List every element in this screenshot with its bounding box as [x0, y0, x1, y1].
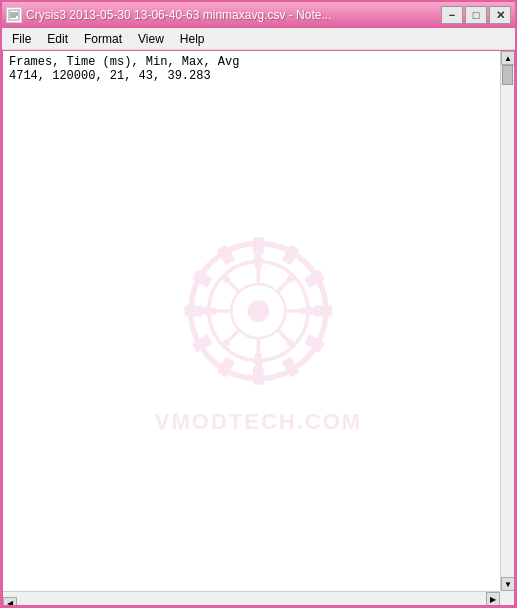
content-area: VMODTECH.COM Frames, Time (ms), Min, Max…: [2, 50, 515, 606]
notepad-window: Crysis3 2013-05-30 13-06-40-63 minmaxavg…: [0, 0, 517, 608]
menu-edit[interactable]: Edit: [39, 28, 76, 49]
app-icon: [6, 7, 22, 23]
minimize-button[interactable]: −: [441, 6, 463, 24]
text-line-2: 4714, 120000, 21, 43, 39.283: [9, 69, 508, 83]
title-bar: Crysis3 2013-05-30 13-06-40-63 minmaxavg…: [2, 2, 515, 28]
title-bar-left: Crysis3 2013-05-30 13-06-40-63 minmaxavg…: [6, 7, 331, 23]
menu-file[interactable]: File: [4, 28, 39, 49]
text-line-1: Frames, Time (ms), Min, Max, Avg: [9, 55, 508, 69]
menu-view[interactable]: View: [130, 28, 172, 49]
menu-format[interactable]: Format: [76, 28, 130, 49]
menu-bar: File Edit Format View Help: [2, 28, 515, 50]
window-title: Crysis3 2013-05-30 13-06-40-63 minmaxavg…: [26, 8, 331, 22]
menu-help[interactable]: Help: [172, 28, 213, 49]
maximize-button[interactable]: □: [465, 6, 487, 24]
title-bar-buttons: − □ ✕: [441, 6, 511, 24]
close-button[interactable]: ✕: [489, 6, 511, 24]
text-content[interactable]: Frames, Time (ms), Min, Max, Avg 4714, 1…: [3, 51, 514, 605]
